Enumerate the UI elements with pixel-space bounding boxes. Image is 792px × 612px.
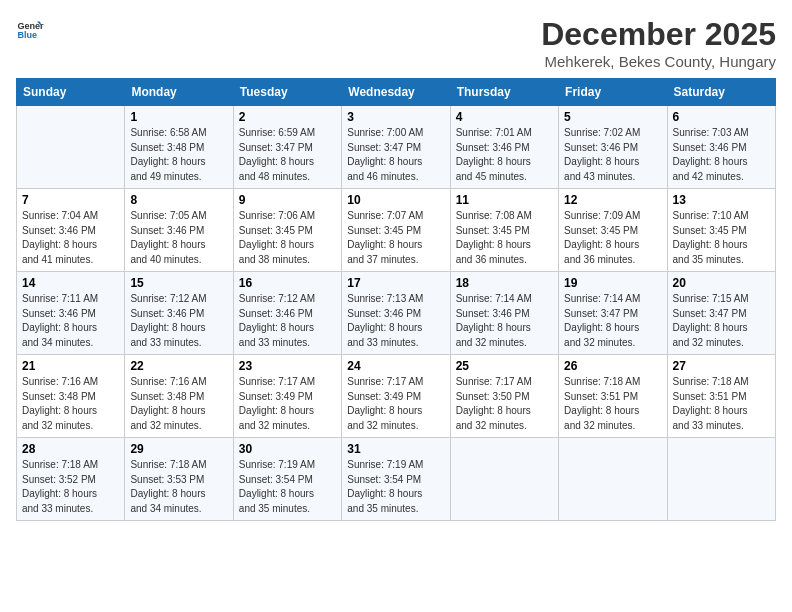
day-info: Sunrise: 7:01 AMSunset: 3:46 PMDaylight:…: [456, 126, 553, 184]
week-row: 14Sunrise: 7:11 AMSunset: 3:46 PMDayligh…: [17, 272, 776, 355]
day-cell: 3Sunrise: 7:00 AMSunset: 3:47 PMDaylight…: [342, 106, 450, 189]
day-number: 7: [22, 193, 119, 207]
day-cell: [667, 438, 775, 521]
week-row: 7Sunrise: 7:04 AMSunset: 3:46 PMDaylight…: [17, 189, 776, 272]
day-number: 16: [239, 276, 336, 290]
day-info: Sunrise: 7:06 AMSunset: 3:45 PMDaylight:…: [239, 209, 336, 267]
day-number: 27: [673, 359, 770, 373]
day-cell: 26Sunrise: 7:18 AMSunset: 3:51 PMDayligh…: [559, 355, 667, 438]
column-header-thursday: Thursday: [450, 79, 558, 106]
day-cell: 11Sunrise: 7:08 AMSunset: 3:45 PMDayligh…: [450, 189, 558, 272]
month-title: December 2025: [541, 16, 776, 53]
day-info: Sunrise: 7:07 AMSunset: 3:45 PMDaylight:…: [347, 209, 444, 267]
day-number: 26: [564, 359, 661, 373]
column-header-monday: Monday: [125, 79, 233, 106]
day-number: 9: [239, 193, 336, 207]
day-cell: 18Sunrise: 7:14 AMSunset: 3:46 PMDayligh…: [450, 272, 558, 355]
day-number: 13: [673, 193, 770, 207]
day-cell: 6Sunrise: 7:03 AMSunset: 3:46 PMDaylight…: [667, 106, 775, 189]
day-number: 18: [456, 276, 553, 290]
day-number: 29: [130, 442, 227, 456]
day-number: 20: [673, 276, 770, 290]
column-header-friday: Friday: [559, 79, 667, 106]
day-cell: 29Sunrise: 7:18 AMSunset: 3:53 PMDayligh…: [125, 438, 233, 521]
day-info: Sunrise: 7:17 AMSunset: 3:49 PMDaylight:…: [347, 375, 444, 433]
day-cell: 9Sunrise: 7:06 AMSunset: 3:45 PMDaylight…: [233, 189, 341, 272]
day-cell: 14Sunrise: 7:11 AMSunset: 3:46 PMDayligh…: [17, 272, 125, 355]
svg-text:Blue: Blue: [17, 30, 37, 40]
column-header-sunday: Sunday: [17, 79, 125, 106]
day-cell: 23Sunrise: 7:17 AMSunset: 3:49 PMDayligh…: [233, 355, 341, 438]
day-cell: 22Sunrise: 7:16 AMSunset: 3:48 PMDayligh…: [125, 355, 233, 438]
day-cell: 24Sunrise: 7:17 AMSunset: 3:49 PMDayligh…: [342, 355, 450, 438]
day-number: 28: [22, 442, 119, 456]
day-info: Sunrise: 7:05 AMSunset: 3:46 PMDaylight:…: [130, 209, 227, 267]
day-cell: 8Sunrise: 7:05 AMSunset: 3:46 PMDaylight…: [125, 189, 233, 272]
day-number: 4: [456, 110, 553, 124]
day-info: Sunrise: 7:19 AMSunset: 3:54 PMDaylight:…: [347, 458, 444, 516]
day-number: 12: [564, 193, 661, 207]
day-cell: 12Sunrise: 7:09 AMSunset: 3:45 PMDayligh…: [559, 189, 667, 272]
day-cell: [559, 438, 667, 521]
day-info: Sunrise: 7:08 AMSunset: 3:45 PMDaylight:…: [456, 209, 553, 267]
week-row: 1Sunrise: 6:58 AMSunset: 3:48 PMDaylight…: [17, 106, 776, 189]
day-cell: 31Sunrise: 7:19 AMSunset: 3:54 PMDayligh…: [342, 438, 450, 521]
day-number: 23: [239, 359, 336, 373]
day-number: 1: [130, 110, 227, 124]
day-number: 15: [130, 276, 227, 290]
day-info: Sunrise: 7:14 AMSunset: 3:46 PMDaylight:…: [456, 292, 553, 350]
day-info: Sunrise: 7:11 AMSunset: 3:46 PMDaylight:…: [22, 292, 119, 350]
day-info: Sunrise: 7:12 AMSunset: 3:46 PMDaylight:…: [239, 292, 336, 350]
day-info: Sunrise: 7:02 AMSunset: 3:46 PMDaylight:…: [564, 126, 661, 184]
day-info: Sunrise: 7:10 AMSunset: 3:45 PMDaylight:…: [673, 209, 770, 267]
day-cell: 20Sunrise: 7:15 AMSunset: 3:47 PMDayligh…: [667, 272, 775, 355]
day-info: Sunrise: 7:16 AMSunset: 3:48 PMDaylight:…: [130, 375, 227, 433]
day-number: 24: [347, 359, 444, 373]
day-cell: 25Sunrise: 7:17 AMSunset: 3:50 PMDayligh…: [450, 355, 558, 438]
day-info: Sunrise: 7:09 AMSunset: 3:45 PMDaylight:…: [564, 209, 661, 267]
day-info: Sunrise: 7:18 AMSunset: 3:51 PMDaylight:…: [673, 375, 770, 433]
column-header-saturday: Saturday: [667, 79, 775, 106]
day-info: Sunrise: 7:00 AMSunset: 3:47 PMDaylight:…: [347, 126, 444, 184]
day-number: 3: [347, 110, 444, 124]
day-info: Sunrise: 7:03 AMSunset: 3:46 PMDaylight:…: [673, 126, 770, 184]
week-row: 21Sunrise: 7:16 AMSunset: 3:48 PMDayligh…: [17, 355, 776, 438]
day-number: 31: [347, 442, 444, 456]
day-number: 11: [456, 193, 553, 207]
day-cell: 27Sunrise: 7:18 AMSunset: 3:51 PMDayligh…: [667, 355, 775, 438]
day-cell: [450, 438, 558, 521]
title-area: December 2025 Mehkerek, Bekes County, Hu…: [541, 16, 776, 70]
day-number: 25: [456, 359, 553, 373]
calendar-table: SundayMondayTuesdayWednesdayThursdayFrid…: [16, 78, 776, 521]
header-row: SundayMondayTuesdayWednesdayThursdayFrid…: [17, 79, 776, 106]
day-cell: 30Sunrise: 7:19 AMSunset: 3:54 PMDayligh…: [233, 438, 341, 521]
week-row: 28Sunrise: 7:18 AMSunset: 3:52 PMDayligh…: [17, 438, 776, 521]
column-header-tuesday: Tuesday: [233, 79, 341, 106]
day-cell: 13Sunrise: 7:10 AMSunset: 3:45 PMDayligh…: [667, 189, 775, 272]
day-cell: [17, 106, 125, 189]
day-cell: 5Sunrise: 7:02 AMSunset: 3:46 PMDaylight…: [559, 106, 667, 189]
day-info: Sunrise: 7:17 AMSunset: 3:49 PMDaylight:…: [239, 375, 336, 433]
day-info: Sunrise: 7:04 AMSunset: 3:46 PMDaylight:…: [22, 209, 119, 267]
day-info: Sunrise: 7:15 AMSunset: 3:47 PMDaylight:…: [673, 292, 770, 350]
day-info: Sunrise: 6:58 AMSunset: 3:48 PMDaylight:…: [130, 126, 227, 184]
day-info: Sunrise: 7:18 AMSunset: 3:52 PMDaylight:…: [22, 458, 119, 516]
day-cell: 1Sunrise: 6:58 AMSunset: 3:48 PMDaylight…: [125, 106, 233, 189]
logo: General Blue: [16, 16, 44, 44]
day-cell: 17Sunrise: 7:13 AMSunset: 3:46 PMDayligh…: [342, 272, 450, 355]
day-cell: 2Sunrise: 6:59 AMSunset: 3:47 PMDaylight…: [233, 106, 341, 189]
day-number: 5: [564, 110, 661, 124]
day-number: 6: [673, 110, 770, 124]
logo-icon: General Blue: [16, 16, 44, 44]
column-header-wednesday: Wednesday: [342, 79, 450, 106]
day-cell: 10Sunrise: 7:07 AMSunset: 3:45 PMDayligh…: [342, 189, 450, 272]
location-title: Mehkerek, Bekes County, Hungary: [541, 53, 776, 70]
day-info: Sunrise: 7:19 AMSunset: 3:54 PMDaylight:…: [239, 458, 336, 516]
day-number: 22: [130, 359, 227, 373]
day-number: 2: [239, 110, 336, 124]
day-cell: 16Sunrise: 7:12 AMSunset: 3:46 PMDayligh…: [233, 272, 341, 355]
day-cell: 7Sunrise: 7:04 AMSunset: 3:46 PMDaylight…: [17, 189, 125, 272]
day-number: 10: [347, 193, 444, 207]
day-cell: 15Sunrise: 7:12 AMSunset: 3:46 PMDayligh…: [125, 272, 233, 355]
day-cell: 19Sunrise: 7:14 AMSunset: 3:47 PMDayligh…: [559, 272, 667, 355]
